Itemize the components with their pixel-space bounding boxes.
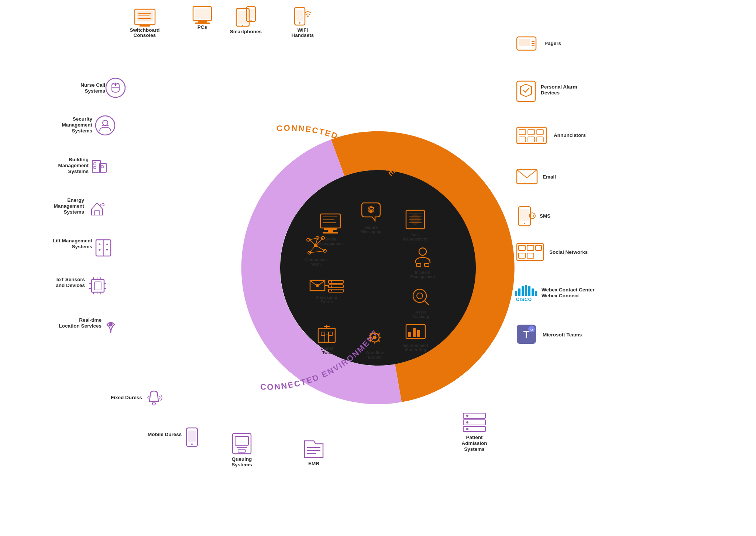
svg-text:Systems: Systems bbox=[231, 462, 252, 467]
svg-point-100 bbox=[307, 15, 309, 17]
svg-rect-35 bbox=[417, 330, 420, 337]
svg-rect-208 bbox=[235, 436, 248, 445]
svg-point-19 bbox=[410, 214, 420, 225]
svg-text:Email: Email bbox=[543, 174, 556, 180]
annunciators-item: Annunciators bbox=[517, 127, 586, 143]
nurse-call-item: Nurse Call Systems bbox=[80, 78, 125, 97]
svg-text:Management: Management bbox=[403, 237, 428, 241]
svg-text:Energy: Energy bbox=[67, 197, 84, 203]
svg-point-55 bbox=[331, 286, 332, 287]
svg-point-200 bbox=[109, 323, 113, 326]
svg-rect-140 bbox=[528, 286, 530, 296]
svg-text:Handsets: Handsets bbox=[292, 32, 314, 38]
svg-text:Security: Security bbox=[73, 116, 93, 122]
svg-rect-33 bbox=[408, 332, 411, 337]
svg-text:Queuing: Queuing bbox=[232, 456, 252, 462]
svg-text:Devices: Devices bbox=[541, 90, 560, 96]
svg-rect-94 bbox=[248, 9, 254, 18]
svg-text:Secure: Secure bbox=[364, 225, 378, 229]
svg-point-161 bbox=[102, 125, 103, 126]
svg-text:WiFi: WiFi bbox=[298, 27, 308, 33]
svg-text:Lift Management: Lift Management bbox=[53, 238, 93, 243]
svg-rect-104 bbox=[519, 39, 530, 46]
svg-rect-34 bbox=[413, 328, 416, 337]
svg-text:Task: Task bbox=[411, 232, 420, 237]
svg-point-99 bbox=[299, 22, 300, 24]
svg-rect-141 bbox=[532, 288, 534, 296]
svg-rect-6 bbox=[328, 230, 333, 232]
svg-text:Systems: Systems bbox=[63, 209, 84, 215]
svg-text:Management: Management bbox=[318, 241, 343, 246]
sms-item: SMS bbox=[519, 207, 550, 226]
security-mgmt-item: Security Management Systems bbox=[62, 116, 115, 135]
svg-point-162 bbox=[107, 125, 109, 126]
wifi-handsets-item: WiFi Handsets bbox=[292, 7, 314, 38]
svg-rect-175 bbox=[94, 211, 100, 215]
svg-text:IoT Sensors: IoT Sensors bbox=[56, 277, 85, 282]
svg-rect-131 bbox=[527, 245, 534, 250]
smartphones-item: Smartphones bbox=[230, 7, 262, 34]
svg-rect-5 bbox=[324, 228, 337, 230]
svg-point-54 bbox=[331, 281, 332, 283]
svg-text:Smartphones: Smartphones bbox=[230, 29, 262, 34]
svg-rect-209 bbox=[237, 447, 247, 448]
svg-rect-138 bbox=[522, 286, 524, 296]
ms-teams-item: T o Microsoft Teams bbox=[517, 325, 582, 344]
svg-text:Systems: Systems bbox=[72, 128, 92, 134]
svg-point-202 bbox=[152, 402, 155, 405]
lift-mgmt-item: Lift Management Systems bbox=[53, 238, 111, 256]
svg-rect-87 bbox=[198, 21, 207, 23]
svg-text:Engine: Engine bbox=[368, 355, 382, 359]
patient-admission-item: Patient Admission Systems bbox=[461, 413, 487, 452]
svg-rect-86 bbox=[195, 8, 210, 19]
svg-point-92 bbox=[242, 25, 243, 26]
svg-rect-88 bbox=[195, 23, 210, 24]
svg-text:CISCO: CISCO bbox=[516, 297, 532, 302]
svg-text:and Devices: and Devices bbox=[56, 283, 85, 288]
svg-rect-134 bbox=[527, 253, 534, 258]
svg-text:Social Networks: Social Networks bbox=[549, 249, 588, 255]
mobile-duress-item: Mobile Duress bbox=[148, 428, 197, 446]
iot-sensors-item: IoT Sensors and Devices bbox=[56, 277, 106, 294]
svg-text:Patient: Patient bbox=[466, 435, 483, 440]
svg-rect-142 bbox=[535, 291, 537, 296]
cisco-webex-item: CISCO Webex Contact Center Webex Connect bbox=[515, 285, 595, 302]
svg-text:Asset: Asset bbox=[415, 310, 426, 314]
pagers-item: Pagers bbox=[517, 37, 561, 50]
svg-rect-116 bbox=[519, 137, 526, 142]
svg-text:Tracking: Tracking bbox=[412, 314, 429, 319]
svg-text:Webex Contact Center: Webex Contact Center bbox=[542, 287, 595, 293]
svg-point-222 bbox=[466, 428, 468, 430]
page: CONNECTED WORKFORCE CONNECTED ENVIRONMEN… bbox=[0, 0, 756, 536]
svg-point-221 bbox=[466, 421, 468, 423]
svg-rect-123 bbox=[520, 209, 529, 221]
svg-point-206 bbox=[191, 443, 193, 445]
svg-text:Annunciators: Annunciators bbox=[554, 132, 586, 138]
svg-text:Incident: Incident bbox=[415, 270, 431, 274]
svg-rect-210 bbox=[238, 450, 245, 452]
svg-text:Twin: Twin bbox=[322, 350, 331, 355]
svg-rect-7 bbox=[323, 232, 338, 234]
building-mgmt-item: Building Management Systems bbox=[58, 157, 106, 174]
svg-rect-169 bbox=[94, 163, 96, 165]
svg-text:Systems: Systems bbox=[72, 244, 92, 249]
emr-item: EMR bbox=[305, 441, 323, 466]
svg-text:Location Services: Location Services bbox=[59, 323, 102, 329]
svg-text:o: o bbox=[530, 327, 533, 332]
social-networks-item: Social Networks bbox=[517, 243, 588, 260]
svg-text:Microsoft Teams: Microsoft Teams bbox=[543, 332, 582, 338]
energy-mgmt-item: Energy Management Systems bbox=[54, 197, 104, 215]
svg-marker-182 bbox=[106, 243, 108, 245]
svg-text:Webex Connect: Webex Connect bbox=[542, 293, 579, 298]
svg-point-50 bbox=[316, 284, 319, 287]
svg-rect-118 bbox=[537, 137, 543, 142]
svg-text:Management: Management bbox=[62, 122, 92, 128]
svg-point-56 bbox=[331, 290, 332, 291]
svg-text:SMS: SMS bbox=[540, 213, 550, 219]
svg-text:Systems: Systems bbox=[464, 446, 485, 452]
svg-text:Pagers: Pagers bbox=[544, 41, 561, 46]
fixed-duress-item: Fixed Duress bbox=[111, 391, 162, 405]
svg-rect-136 bbox=[515, 291, 517, 296]
svg-rect-117 bbox=[528, 137, 535, 142]
svg-text:Admission: Admission bbox=[461, 440, 487, 446]
